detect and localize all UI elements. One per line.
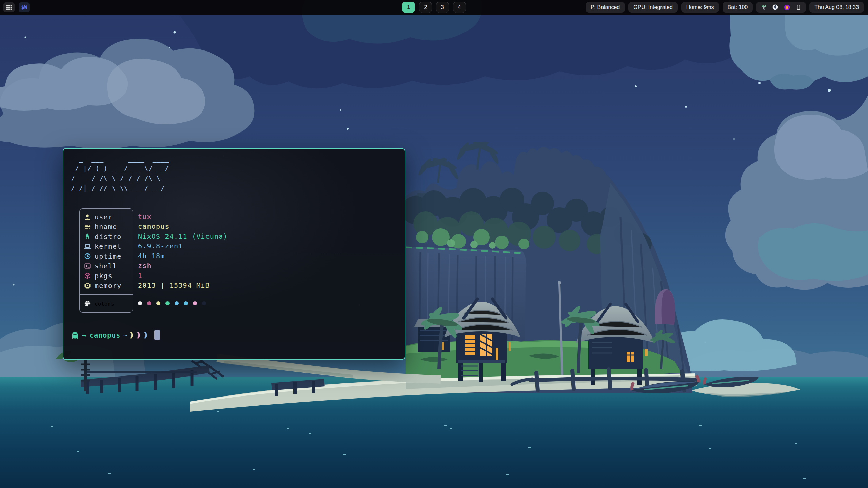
shell-prompt[interactable]: → canopus ~ [71,330,160,340]
color-swatch [147,301,151,305]
desktop: $W 1 2 3 4 P: Balanced GPU: Integrated H… [0,0,868,488]
memory-icon [84,282,91,289]
fetch-row-shell: shell [80,261,133,271]
fetch-row-memory: memory [80,281,133,290]
value-shell: zsh [138,261,228,270]
color-swatch [165,301,170,305]
workspace-3-button[interactable]: 3 [436,2,449,13]
window-class-badge[interactable]: $W [19,2,30,12]
flameshot-flame-icon[interactable] [784,4,790,11]
bluetooth-icon[interactable] [772,4,778,11]
prompt-path: ~ [123,331,128,339]
fetch-row-pkgs: pkgs [80,271,133,281]
ghost-icon [71,331,79,339]
clock-pill[interactable]: Thu Aug 08, 18:33 [809,2,864,13]
fetch-row-kernel: kernel [80,241,133,251]
prompt-arrow: → [82,331,86,339]
packages-icon [84,272,91,279]
phone-icon[interactable] [795,4,802,11]
color-swatch [184,301,188,305]
prompt-chevron-3 [144,331,149,339]
battery-pill[interactable]: Bat: 100 [723,2,753,13]
color-swatch [202,301,206,305]
color-swatch [175,301,179,305]
workspace-4-button[interactable]: 4 [453,2,466,13]
value-user: tux [138,211,228,221]
fetch-row-hname: hname [80,222,133,231]
kernel-icon [84,243,91,250]
value-pkgs: 1 [138,270,228,280]
fetch-labels-box: user hname distro [79,208,133,313]
ping-pill[interactable]: Home: 9ms [681,2,719,13]
text-cursor[interactable] [154,330,160,340]
value-distro: NixOS 24.11 (Vicuna) [138,231,228,241]
gpu-mode-pill[interactable]: GPU: Integrated [628,2,678,13]
user-icon [84,214,91,220]
prompt-chevron-2 [137,331,142,339]
shell-icon [84,263,91,269]
nixos-ascii-logo: _ ___ ____ ____ / |/ (_)_ __/ __ \/ __//… [71,154,169,193]
prompt-chevron-1 [130,331,135,339]
workspace-switcher: 1 2 3 4 [402,0,466,15]
power-profile-pill[interactable]: P: Balanced [586,2,625,13]
system-tray [756,2,806,13]
uptime-icon [84,253,91,260]
bar-left: $W [3,0,30,15]
value-memory: 2013 | 15394 MiB [138,280,228,290]
fetch-row-user: user [80,212,133,222]
color-swatch [156,301,160,305]
color-swatch [193,301,197,305]
value-hname: canopus [138,221,228,231]
copyq-scissors-icon[interactable] [761,4,767,11]
color-swatches [138,294,228,312]
fetch-panel: user hname distro [79,208,133,313]
fetch-row-distro: distro [80,231,133,241]
distro-icon [84,233,91,240]
palette-icon [84,300,91,307]
fetch-values: tux canopus NixOS 24.11 (Vicuna) 6.9.8-z… [138,208,228,312]
bar-right: P: Balanced GPU: Integrated Home: 9ms Ba… [586,0,864,15]
hostname-icon [84,223,91,230]
apps-launcher-button[interactable] [3,2,15,12]
fetch-row-uptime: uptime [80,251,133,261]
workspace-1-button[interactable]: 1 [402,2,415,13]
fetch-row-colors: colors [80,295,133,312]
top-bar: $W 1 2 3 4 P: Balanced GPU: Integrated H… [0,0,868,15]
terminal-window[interactable]: _ ___ ____ ____ / |/ (_)_ __/ __ \/ __//… [63,148,405,360]
workspace-2-button[interactable]: 2 [419,2,432,13]
value-kernel: 6.9.8-zen1 [138,241,228,251]
value-uptime: 4h 18m [138,251,228,261]
prompt-hostname: canopus [90,331,120,339]
app-grid-icon [6,4,12,11]
color-swatch [138,301,142,305]
window-class-label: $W [21,4,27,11]
